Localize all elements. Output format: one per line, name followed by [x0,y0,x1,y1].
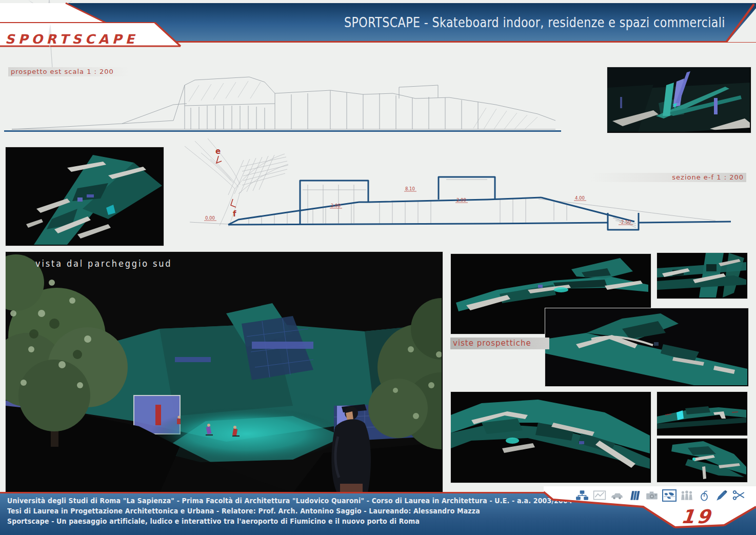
level-3: 2.00 [456,197,466,203]
footer-line-1: Università degli Studi di Roma "La Sapie… [7,496,572,506]
footer-top-border [0,492,567,493]
board-title: SPORTSCAPE - Skateboard indoor, residenz… [344,14,725,30]
worldmap-icon [663,490,676,501]
section-marker-f: f [233,209,236,219]
render-axonometric [5,147,164,246]
level-4: 4.00 [575,195,585,201]
section-label: sezione e-f 1 : 200 [590,173,746,182]
network-icon [575,490,589,501]
mouse-icon [698,490,711,501]
render-perspective-4 [450,391,651,483]
footer-line-3: Sportscape - Un paesaggio artificiale, l… [7,516,572,526]
render-perspective-5 [656,391,748,436]
render-parking-view: vista dal parcheggio sud [5,251,443,494]
camera-icon [645,490,659,501]
footer-icon-strip [575,490,746,501]
footer-credits: Università degli Studi di Roma "La Sapie… [7,496,572,526]
main-view-label: vista dal parcheggio sud [35,259,172,269]
level-0: 0.00 [205,215,215,221]
scissors-icon [732,490,746,501]
page-number: 19 [680,506,714,528]
east-elevation-drawing [4,72,561,130]
section-marker-e: e [215,147,221,156]
logo-wordmark: SPORTSCAPE [5,32,138,47]
render-perspective-6 [656,438,748,483]
level-2: 8.10 [405,186,415,191]
perspectives-label: viste prospettiche [450,338,549,349]
chart-icon [593,490,606,501]
key-plan [185,138,288,227]
elevation-baseline [4,130,561,132]
presentation-board: SPORTSCAPE - Skateboard indoor, residenz… [0,0,756,535]
section-drawing: e f [180,138,750,237]
people-icon [680,490,693,501]
render-perspective-3 [545,308,749,387]
render-interior-night [607,67,751,133]
car-icon [610,490,624,501]
header-corner-slash [720,3,756,42]
books-icon [628,490,641,501]
level-5: -2.50 [620,220,631,225]
footer-line-2: Tesi di Laurea in Progettazione Architet… [7,506,572,516]
level-1: 2.00 [331,203,341,208]
render-perspective-2 [656,252,748,299]
pen-icon [715,490,728,501]
